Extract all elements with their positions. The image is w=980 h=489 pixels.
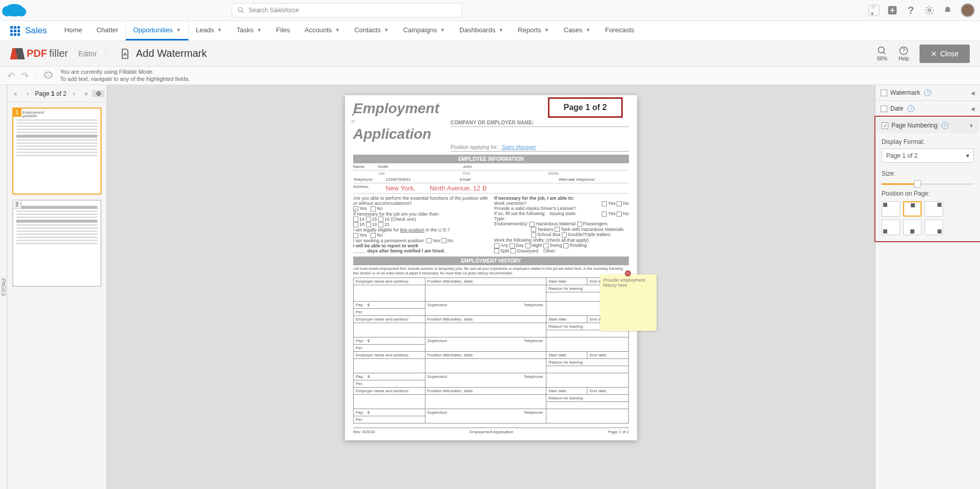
- tab-forecasts[interactable]: Forecasts: [598, 21, 642, 40]
- sticky-note[interactable]: Provide employment history here: [600, 274, 657, 331]
- tab-campaigns[interactable]: Campaigns▼: [396, 21, 453, 40]
- position-top-center[interactable]: [903, 201, 922, 217]
- search-icon: [237, 7, 244, 14]
- help-control[interactable]: ? Help: [898, 46, 909, 61]
- watermark-toggle[interactable]: Watermark ? ◀: [875, 85, 980, 100]
- chevron-down-icon: ▼: [335, 27, 340, 33]
- chevron-down-icon: ▼: [217, 27, 222, 33]
- checkbox-checked[interactable]: ✓: [882, 122, 888, 129]
- page-prev-button[interactable]: ‹: [22, 90, 34, 97]
- info-icon[interactable]: ?: [907, 105, 914, 112]
- watermark-page-icon: [119, 48, 131, 59]
- app-launcher-icon: [10, 26, 20, 36]
- toolbar-right: 68% ? Help ✕ Close: [876, 45, 970, 63]
- position-bottom-center[interactable]: [903, 220, 922, 235]
- setup-gear-icon[interactable]: [924, 5, 935, 16]
- app-name: Sales: [25, 26, 47, 36]
- collapse-arrow-icon: ◀: [971, 106, 975, 112]
- chevron-down-icon: ▼: [586, 27, 591, 33]
- pages-panel-toggle[interactable]: ‹ PAGES: [0, 85, 7, 489]
- thumbnails-panel: « ‹ Page 1 of 2 › » ⚙ 1 Employmentplicat…: [7, 85, 107, 489]
- tab-chatter[interactable]: Chatter: [89, 21, 126, 40]
- display-format-label: Display Format:: [882, 138, 974, 145]
- tab-leads[interactable]: Leads▼: [189, 21, 229, 40]
- form-radio-group[interactable]: ✓○: [351, 111, 356, 125]
- app-launcher[interactable]: Sales: [0, 26, 57, 36]
- favorites-dropdown[interactable]: ☆ ▾: [868, 5, 880, 16]
- undo-button[interactable]: ↶: [7, 70, 15, 81]
- tab-home[interactable]: Home: [57, 21, 90, 40]
- section-page-numbering: ✓ Page Numbering ? ▼ Display Format: Pag…: [874, 116, 980, 242]
- chevron-down-icon: ▼: [176, 27, 181, 33]
- position-bottom-right[interactable]: [925, 220, 943, 235]
- document-viewport[interactable]: Page 1 of 2 ✓○ Employment COMPANY OR EMP…: [107, 85, 875, 489]
- page-settings-button[interactable]: ⚙: [92, 90, 105, 97]
- svg-point-4: [879, 47, 885, 53]
- page-first-button[interactable]: «: [9, 90, 22, 97]
- add-icon[interactable]: [887, 5, 898, 16]
- breadcrumb-editor[interactable]: Editor: [78, 50, 97, 58]
- tab-opportunities[interactable]: Opportunities▼: [126, 21, 189, 40]
- tab-accounts[interactable]: Accounts▼: [297, 21, 347, 40]
- info-icon[interactable]: ?: [924, 89, 931, 96]
- thumbnail-page-2[interactable]: 2: [12, 200, 101, 287]
- section-employment-history: EMPLOYMENT HISTORY: [353, 257, 629, 265]
- salesforce-header: Search Salesforce ☆ ▾ ?: [0, 0, 980, 20]
- display-format-select[interactable]: Page 1 of 2 ▾: [882, 148, 974, 163]
- search-placeholder: Search Salesforce: [249, 7, 299, 14]
- chevron-down-icon: ▼: [384, 27, 389, 33]
- doc-footer: Rev. 8/2010Employment ApplicationPage 1 …: [353, 428, 629, 434]
- position-top-left[interactable]: [882, 201, 900, 217]
- tab-tasks[interactable]: Tasks▼: [229, 21, 269, 40]
- tab-cases[interactable]: Cases▼: [557, 21, 598, 40]
- slider-knob[interactable]: [914, 180, 921, 187]
- zoom-control[interactable]: 68%: [876, 46, 888, 61]
- global-search[interactable]: Search Salesforce: [232, 3, 462, 17]
- checkbox-unchecked[interactable]: [881, 105, 887, 112]
- redo-button[interactable]: ↷: [21, 70, 29, 81]
- chevron-down-icon: ▼: [440, 27, 445, 33]
- tab-reports[interactable]: Reports▼: [511, 21, 556, 40]
- company-label: COMPANY OR EMPLOYER NAME:: [451, 120, 629, 127]
- page-numbering-toggle[interactable]: ✓ Page Numbering ? ▼: [876, 118, 979, 133]
- tab-contacts[interactable]: Contacts▼: [347, 21, 396, 40]
- main-area: ‹ PAGES « ‹ Page 1 of 2 › » ⚙ 1 Employme…: [0, 85, 980, 489]
- help-icon[interactable]: ?: [905, 5, 916, 16]
- position-bottom-left[interactable]: [882, 220, 900, 235]
- date-toggle[interactable]: Date ? ◀: [875, 101, 980, 116]
- document-page: Page 1 of 2 ✓○ Employment COMPANY OR EMP…: [345, 95, 637, 440]
- thumbnails-list: 1 Employmentplication 2: [7, 102, 107, 292]
- tab-files[interactable]: Files: [269, 21, 297, 40]
- section-employee-info: EMPLOYEE INFORMATION: [353, 155, 629, 163]
- pin-icon: [625, 270, 631, 277]
- header-utility-icons: ☆ ▾ ?: [868, 3, 975, 17]
- size-slider[interactable]: [882, 183, 974, 185]
- svg-line-5: [884, 52, 886, 54]
- info-icon[interactable]: ?: [942, 122, 949, 129]
- notifications-icon[interactable]: [942, 5, 953, 16]
- collapse-arrow-icon: ◀: [971, 90, 975, 96]
- breadcrumb-separator: 〉: [103, 47, 113, 60]
- info-bubble-icon: [43, 71, 54, 81]
- pdffiller-logo: PDFfiller: [10, 47, 68, 61]
- checkbox-unchecked[interactable]: [881, 90, 887, 96]
- breadcrumb-current: Add Watermark: [119, 48, 207, 59]
- svg-point-0: [238, 8, 242, 12]
- zoom-icon: [876, 46, 888, 56]
- employment-table: Employer name and address:Position title…: [353, 278, 629, 423]
- page-last-button[interactable]: »: [80, 90, 92, 97]
- doc-title-2: Application: [353, 127, 629, 141]
- position-top-right[interactable]: [925, 201, 943, 217]
- close-button[interactable]: ✕ Close: [920, 45, 970, 63]
- info-bar: ↶ ↷ | You are currently using Fillable M…: [0, 67, 980, 85]
- svg-text:?: ?: [902, 48, 905, 53]
- left-questions: Are you able to perform the essential fu…: [353, 196, 488, 253]
- page-next-button[interactable]: ›: [68, 90, 80, 97]
- chevron-down-icon: ▾: [966, 152, 969, 159]
- tab-dashboards[interactable]: Dashboards▼: [452, 21, 511, 40]
- chevron-down-icon: ▼: [498, 27, 503, 33]
- thumbnail-page-1[interactable]: 1 Employmentplication: [12, 108, 101, 195]
- size-label: Size:: [882, 170, 974, 177]
- section-watermark: Watermark ? ◀: [875, 85, 980, 101]
- user-avatar[interactable]: [961, 3, 975, 17]
